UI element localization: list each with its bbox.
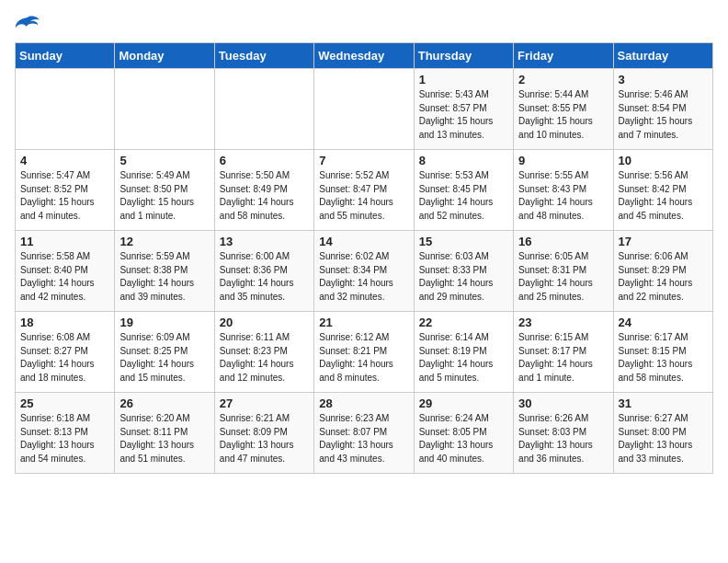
calendar-cell xyxy=(314,69,414,150)
day-number: 12 xyxy=(119,235,209,248)
cell-info: Sunrise: 6:27 AM Sunset: 8:00 PM Dayligh… xyxy=(619,412,708,465)
day-number: 16 xyxy=(518,235,608,248)
cell-info: Sunrise: 5:56 AM Sunset: 8:42 PM Dayligh… xyxy=(619,169,708,223)
calendar-cell: 26Sunrise: 6:20 AM Sunset: 8:11 PM Dayli… xyxy=(115,393,214,474)
cell-info: Sunrise: 6:21 AM Sunset: 8:09 PM Dayligh… xyxy=(220,412,309,465)
cell-info: Sunrise: 5:50 AM Sunset: 8:49 PM Dayligh… xyxy=(220,169,309,223)
cell-info: Sunrise: 6:09 AM Sunset: 8:25 PM Dayligh… xyxy=(119,331,209,385)
cell-info: Sunrise: 5:59 AM Sunset: 8:38 PM Dayligh… xyxy=(119,250,209,304)
calendar-table: SundayMondayTuesdayWednesdayThursdayFrid… xyxy=(15,42,713,474)
day-number: 1 xyxy=(419,73,508,86)
logo xyxy=(15,15,44,33)
calendar-cell xyxy=(115,69,214,150)
calendar-cell: 27Sunrise: 6:21 AM Sunset: 8:09 PM Dayli… xyxy=(214,393,313,474)
weekday-header-row: SundayMondayTuesdayWednesdayThursdayFrid… xyxy=(16,43,713,69)
calendar-cell: 20Sunrise: 6:11 AM Sunset: 8:23 PM Dayli… xyxy=(214,312,313,393)
calendar-cell: 10Sunrise: 5:56 AM Sunset: 8:42 PM Dayli… xyxy=(613,150,712,231)
calendar-cell: 5Sunrise: 5:49 AM Sunset: 8:50 PM Daylig… xyxy=(115,150,214,231)
calendar-cell xyxy=(16,69,115,150)
day-number: 29 xyxy=(419,396,508,410)
cell-info: Sunrise: 5:49 AM Sunset: 8:50 PM Dayligh… xyxy=(119,169,209,223)
day-number: 13 xyxy=(220,235,309,248)
cell-info: Sunrise: 5:47 AM Sunset: 8:52 PM Dayligh… xyxy=(20,169,109,223)
day-number: 30 xyxy=(518,396,608,410)
calendar-cell: 13Sunrise: 6:00 AM Sunset: 8:36 PM Dayli… xyxy=(214,231,313,312)
calendar-week-4: 18Sunrise: 6:08 AM Sunset: 8:27 PM Dayli… xyxy=(16,312,713,393)
weekday-friday: Friday xyxy=(514,43,613,69)
calendar-cell: 2Sunrise: 5:44 AM Sunset: 8:55 PM Daylig… xyxy=(514,69,613,150)
cell-info: Sunrise: 6:00 AM Sunset: 8:36 PM Dayligh… xyxy=(220,250,309,304)
cell-info: Sunrise: 6:14 AM Sunset: 8:19 PM Dayligh… xyxy=(419,331,508,385)
cell-info: Sunrise: 6:24 AM Sunset: 8:05 PM Dayligh… xyxy=(419,412,508,465)
calendar-cell: 28Sunrise: 6:23 AM Sunset: 8:07 PM Dayli… xyxy=(314,393,414,474)
cell-info: Sunrise: 6:12 AM Sunset: 8:21 PM Dayligh… xyxy=(319,331,408,385)
calendar-cell: 7Sunrise: 5:52 AM Sunset: 8:47 PM Daylig… xyxy=(314,150,414,231)
calendar-cell: 21Sunrise: 6:12 AM Sunset: 8:21 PM Dayli… xyxy=(314,312,414,393)
calendar-week-1: 1Sunrise: 5:43 AM Sunset: 8:57 PM Daylig… xyxy=(16,69,713,150)
cell-info: Sunrise: 6:20 AM Sunset: 8:11 PM Dayligh… xyxy=(119,412,209,465)
cell-info: Sunrise: 5:46 AM Sunset: 8:54 PM Dayligh… xyxy=(619,88,708,142)
cell-info: Sunrise: 5:52 AM Sunset: 8:47 PM Dayligh… xyxy=(319,169,408,223)
weekday-thursday: Thursday xyxy=(414,43,513,69)
day-number: 27 xyxy=(220,396,309,410)
weekday-wednesday: Wednesday xyxy=(314,43,414,69)
calendar-cell: 18Sunrise: 6:08 AM Sunset: 8:27 PM Dayli… xyxy=(16,312,115,393)
day-number: 23 xyxy=(518,316,608,329)
day-number: 14 xyxy=(319,235,408,248)
day-number: 15 xyxy=(419,235,508,248)
calendar-cell xyxy=(214,69,313,150)
calendar-week-2: 4Sunrise: 5:47 AM Sunset: 8:52 PM Daylig… xyxy=(16,150,713,231)
calendar-cell: 29Sunrise: 6:24 AM Sunset: 8:05 PM Dayli… xyxy=(414,393,513,474)
calendar-cell: 22Sunrise: 6:14 AM Sunset: 8:19 PM Dayli… xyxy=(414,312,513,393)
day-number: 22 xyxy=(419,316,508,329)
day-number: 17 xyxy=(619,235,708,248)
cell-info: Sunrise: 6:17 AM Sunset: 8:15 PM Dayligh… xyxy=(619,331,708,385)
cell-info: Sunrise: 6:11 AM Sunset: 8:23 PM Dayligh… xyxy=(220,331,309,385)
day-number: 3 xyxy=(619,73,708,86)
calendar-cell: 3Sunrise: 5:46 AM Sunset: 8:54 PM Daylig… xyxy=(613,69,712,150)
header xyxy=(15,15,713,33)
day-number: 20 xyxy=(220,316,309,329)
day-number: 31 xyxy=(619,396,708,410)
cell-info: Sunrise: 6:15 AM Sunset: 8:17 PM Dayligh… xyxy=(518,331,608,385)
calendar-cell: 11Sunrise: 5:58 AM Sunset: 8:40 PM Dayli… xyxy=(16,231,115,312)
calendar-cell: 31Sunrise: 6:27 AM Sunset: 8:00 PM Dayli… xyxy=(613,393,712,474)
weekday-monday: Monday xyxy=(115,43,214,69)
day-number: 8 xyxy=(419,154,508,167)
calendar-cell: 4Sunrise: 5:47 AM Sunset: 8:52 PM Daylig… xyxy=(16,150,115,231)
cell-info: Sunrise: 6:06 AM Sunset: 8:29 PM Dayligh… xyxy=(619,250,708,304)
day-number: 19 xyxy=(119,316,209,329)
calendar-cell: 17Sunrise: 6:06 AM Sunset: 8:29 PM Dayli… xyxy=(613,231,712,312)
calendar-cell: 12Sunrise: 5:59 AM Sunset: 8:38 PM Dayli… xyxy=(115,231,214,312)
day-number: 26 xyxy=(119,396,209,410)
day-number: 2 xyxy=(518,73,608,86)
day-number: 6 xyxy=(220,154,309,167)
calendar-week-3: 11Sunrise: 5:58 AM Sunset: 8:40 PM Dayli… xyxy=(16,231,713,312)
calendar-cell: 24Sunrise: 6:17 AM Sunset: 8:15 PM Dayli… xyxy=(613,312,712,393)
day-number: 28 xyxy=(319,396,408,410)
weekday-saturday: Saturday xyxy=(613,43,712,69)
cell-info: Sunrise: 6:05 AM Sunset: 8:31 PM Dayligh… xyxy=(518,250,608,304)
cell-info: Sunrise: 6:26 AM Sunset: 8:03 PM Dayligh… xyxy=(518,412,608,465)
calendar-header: SundayMondayTuesdayWednesdayThursdayFrid… xyxy=(16,43,713,69)
day-number: 10 xyxy=(619,154,708,167)
cell-info: Sunrise: 6:03 AM Sunset: 8:33 PM Dayligh… xyxy=(419,250,508,304)
calendar-cell: 14Sunrise: 6:02 AM Sunset: 8:34 PM Dayli… xyxy=(314,231,414,312)
day-number: 4 xyxy=(20,154,109,167)
calendar-cell: 16Sunrise: 6:05 AM Sunset: 8:31 PM Dayli… xyxy=(514,231,613,312)
calendar-cell: 30Sunrise: 6:26 AM Sunset: 8:03 PM Dayli… xyxy=(514,393,613,474)
weekday-sunday: Sunday xyxy=(16,43,115,69)
calendar-cell: 9Sunrise: 5:55 AM Sunset: 8:43 PM Daylig… xyxy=(514,150,613,231)
cell-info: Sunrise: 5:55 AM Sunset: 8:43 PM Dayligh… xyxy=(518,169,608,223)
cell-info: Sunrise: 5:58 AM Sunset: 8:40 PM Dayligh… xyxy=(20,250,109,304)
day-number: 7 xyxy=(319,154,408,167)
calendar-cell: 6Sunrise: 5:50 AM Sunset: 8:49 PM Daylig… xyxy=(214,150,313,231)
day-number: 5 xyxy=(119,154,209,167)
calendar-cell: 15Sunrise: 6:03 AM Sunset: 8:33 PM Dayli… xyxy=(414,231,513,312)
calendar-week-5: 25Sunrise: 6:18 AM Sunset: 8:13 PM Dayli… xyxy=(16,393,713,474)
day-number: 21 xyxy=(319,316,408,329)
calendar-cell: 8Sunrise: 5:53 AM Sunset: 8:45 PM Daylig… xyxy=(414,150,513,231)
day-number: 18 xyxy=(20,316,109,329)
weekday-tuesday: Tuesday xyxy=(214,43,313,69)
cell-info: Sunrise: 6:18 AM Sunset: 8:13 PM Dayligh… xyxy=(20,412,109,465)
